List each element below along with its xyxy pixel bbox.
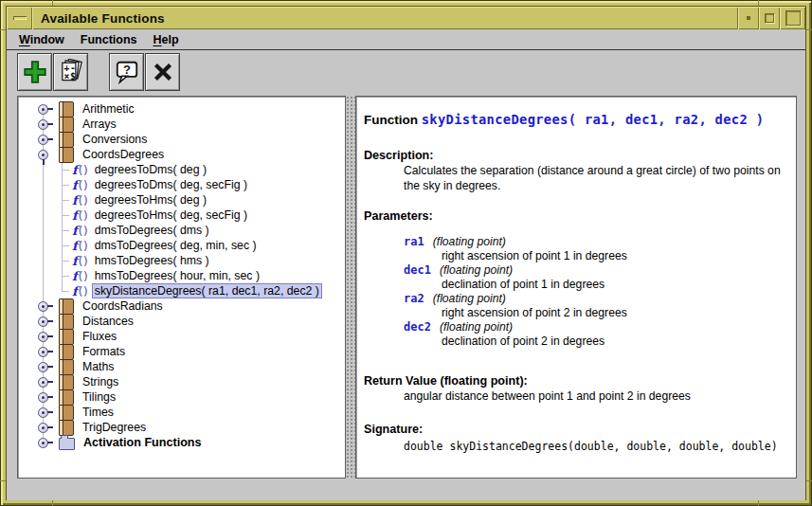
expand-handle-icon[interactable] [38, 135, 48, 145]
expand-handle-icon[interactable] [38, 119, 48, 130]
restore-button[interactable] [759, 7, 780, 29]
expand-handle-icon[interactable] [38, 377, 48, 388]
book-icon [59, 329, 74, 345]
tree-item-coordsdegrees[interactable]: CoordsDegrees [18, 147, 345, 162]
window-title: Available Functions [41, 11, 165, 26]
toolbar: + - × $ ? [7, 50, 805, 94]
tree-connector [62, 261, 69, 262]
expand-handle-icon[interactable] [38, 392, 48, 403]
tree-connector [62, 170, 69, 171]
sheet-times-glyph: × [63, 71, 69, 81]
function-icon: f() [72, 180, 88, 190]
close-button[interactable] [145, 53, 180, 91]
minimize-dot-icon [747, 16, 750, 20]
param-description: declination of point 2 in degrees [442, 334, 788, 349]
tree-item-label: Strings [80, 375, 121, 389]
book-icon [59, 132, 74, 148]
tree-item-dmstodegrees-dms[interactable]: f()dmsToDegrees( dms ) [18, 223, 345, 238]
book-icon [59, 101, 74, 117]
tree-item-dmstodegrees-deg-min-sec[interactable]: f()dmsToDegrees( deg, min, sec ) [18, 238, 345, 253]
tree-connector [62, 276, 69, 277]
tree-item-formats[interactable]: Formats [18, 344, 345, 359]
parameters-heading: Parameters: [364, 209, 788, 223]
expand-handle-icon[interactable] [38, 332, 48, 342]
signature-heading: Signature: [364, 423, 788, 436]
tree-item-label: CoordsDegrees [80, 148, 167, 161]
function-icon: f() [72, 165, 88, 175]
doc-heading: Function skyDistanceDegrees( ra1, dec1, … [364, 112, 788, 127]
param-type: (floating point) [433, 235, 506, 248]
expand-handle-icon[interactable] [38, 407, 48, 418]
tree-item-activation-functions[interactable]: Activation Functions [18, 435, 345, 450]
book-icon [59, 405, 74, 421]
param-description: right ascension of point 2 in degrees [442, 306, 788, 320]
frame-seam [758, 0, 759, 7]
expand-handle-icon[interactable] [38, 347, 48, 357]
titlebar-title-area[interactable]: Available Functions [32, 7, 738, 29]
tree-item-degreestohms-deg-secfig[interactable]: f()degreesToHms( deg, secFig ) [18, 208, 345, 223]
tree-item-tilings[interactable]: Tilings [18, 389, 345, 405]
tree-item-hmstodegrees-hms[interactable]: f()hmsToDegrees( hms ) [18, 253, 345, 268]
tree-item-label: skyDistanceDegrees( ra1, dec1, ra2, dec2… [92, 283, 322, 298]
tree-item-label: degreesToDms( deg, secFig ) [92, 178, 250, 191]
doc-heading-signature: skyDistanceDegrees( ra1, dec1, ra2, dec2… [422, 112, 764, 127]
tree-item-arrays[interactable]: Arrays [18, 117, 345, 132]
tree-item-hmstodegrees-hour-min-sec[interactable]: f()hmsToDegrees( hour, min, sec ) [18, 268, 345, 283]
collapse-handle-icon[interactable] [38, 150, 48, 160]
tree-item-trigdegrees[interactable]: TrigDegrees [18, 420, 345, 435]
param-description: declination of point 1 in degrees [442, 278, 788, 292]
tree-item-degreestodms-deg[interactable]: f()degreesToDms( deg ) [18, 162, 345, 177]
menu-help[interactable]: Help [153, 33, 179, 46]
close-x-icon [150, 59, 176, 85]
menubar: WindowFunctionsHelp [7, 29, 805, 50]
folder-icon [59, 438, 75, 450]
tree-item-maths[interactable]: Maths [18, 359, 345, 374]
expand-handle-icon[interactable] [38, 301, 48, 312]
function-icon: f() [72, 210, 88, 221]
maximize-square-icon [785, 10, 801, 26]
help-button[interactable]: ? [109, 53, 144, 91]
function-icon: f() [72, 195, 88, 206]
window-menu-dash-icon [13, 16, 27, 20]
param-type: (floating point) [433, 292, 506, 305]
param-type: (floating point) [440, 263, 513, 277]
book-icon [59, 374, 74, 390]
tree-connector [62, 291, 69, 292]
minimize-button[interactable] [738, 7, 759, 29]
function-sheets-button[interactable]: + - × $ [53, 53, 88, 91]
expand-handle-icon[interactable] [38, 104, 48, 115]
titlebar[interactable]: Available Functions [7, 7, 805, 29]
param-name: ra1 [404, 235, 424, 248]
expand-handle-icon[interactable] [38, 423, 48, 433]
tree-item-degreestodms-deg-secfig[interactable]: f()degreesToDms( deg, secFig ) [18, 177, 345, 192]
tree-item-label: dmsToDegrees( deg, min, sec ) [92, 239, 260, 252]
tree-item-strings[interactable]: Strings [18, 374, 345, 389]
tree-item-times[interactable]: Times [18, 405, 345, 420]
tree-item-label: Times [80, 406, 117, 419]
tree-item-arithmetic[interactable]: Arithmetic [18, 101, 345, 117]
tree-connector [62, 245, 69, 246]
menu-window[interactable]: Window [19, 33, 64, 46]
maximize-button[interactable] [780, 7, 805, 29]
menu-functions[interactable]: Functions [81, 33, 137, 46]
function-icon: f() [72, 241, 88, 251]
tree-item-skydistancedegrees-ra1-dec1-ra2-dec2[interactable]: f()skyDistanceDegrees( ra1, dec1, ra2, d… [18, 283, 345, 298]
tree-item-distances[interactable]: Distances [18, 314, 345, 329]
tree-item-degreestohms-deg[interactable]: f()degreesToHms( deg ) [18, 192, 345, 208]
tree-item-conversions[interactable]: Conversions [18, 132, 345, 147]
tree-connector [62, 215, 69, 216]
add-function-button[interactable] [17, 53, 52, 91]
param-ra2: ra2(floating point) [404, 292, 788, 306]
expand-handle-icon[interactable] [38, 438, 48, 448]
function-sheets-icon: + - × $ [58, 59, 84, 85]
doc-heading-prefix: Function [364, 113, 418, 127]
expand-handle-icon[interactable] [38, 362, 48, 372]
tree-item-fluxes[interactable]: Fluxes [18, 329, 345, 344]
function-icon: f() [72, 256, 88, 266]
window: Available Functions WindowFunctionsHelp [7, 7, 805, 499]
split-divider[interactable] [346, 96, 355, 479]
tree-item-label: Fluxes [80, 330, 119, 343]
window-menu-button[interactable] [7, 7, 32, 29]
tree-item-coordsradians[interactable]: CoordsRadians [18, 298, 345, 314]
expand-handle-icon[interactable] [38, 316, 48, 327]
